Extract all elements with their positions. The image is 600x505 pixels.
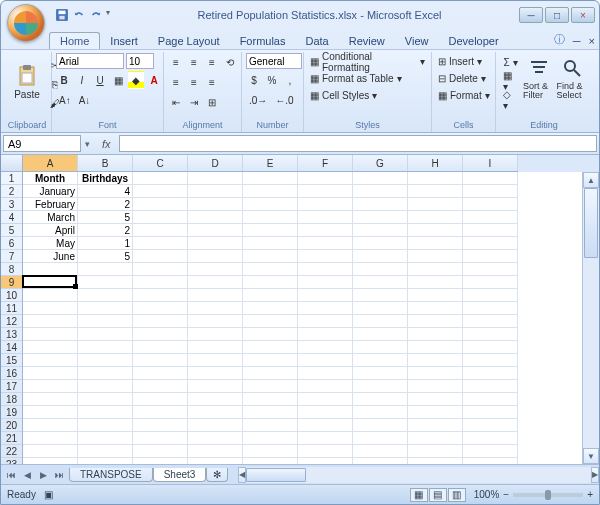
cell-C19[interactable] [133,406,188,419]
qat-dropdown-icon[interactable]: ▾ [106,8,120,22]
cell-A15[interactable] [23,354,78,367]
cell-G5[interactable] [353,224,408,237]
cell-D3[interactable] [188,198,243,211]
col-header-C[interactable]: C [133,155,188,171]
cell-I15[interactable] [463,354,518,367]
cell-G11[interactable] [353,302,408,315]
cell-C5[interactable] [133,224,188,237]
row-header-14[interactable]: 14 [1,341,22,354]
cell-D11[interactable] [188,302,243,315]
row-header-22[interactable]: 22 [1,445,22,458]
row-header-4[interactable]: 4 [1,211,22,224]
cell-B10[interactable] [78,289,133,302]
cell-E11[interactable] [243,302,298,315]
cell-D6[interactable] [188,237,243,250]
scroll-right-icon[interactable]: ▶ [591,467,599,483]
number-format-select[interactable] [246,53,302,69]
maximize-button[interactable]: □ [545,7,569,23]
underline-button[interactable]: U [92,71,108,89]
cell-E13[interactable] [243,328,298,341]
cell-F16[interactable] [298,367,353,380]
col-header-A[interactable]: A [23,155,78,171]
cells[interactable]: MonthBirthdaysJanuary4February2March5Apr… [23,172,582,464]
namebox-dropdown-icon[interactable]: ▾ [81,139,94,149]
fill-icon[interactable]: ▦ ▾ [500,72,521,90]
row-header-5[interactable]: 5 [1,224,22,237]
col-header-B[interactable]: B [78,155,133,171]
cell-H11[interactable] [408,302,463,315]
cell-C7[interactable] [133,250,188,263]
sheet-tab-sheet3[interactable]: Sheet3 [153,468,207,482]
align-mid-icon[interactable]: ≡ [186,53,202,71]
cell-C2[interactable] [133,185,188,198]
cell-A10[interactable] [23,289,78,302]
row-header-1[interactable]: 1 [1,172,22,185]
row-header-10[interactable]: 10 [1,289,22,302]
cell-A1[interactable]: Month [23,172,78,185]
cell-H22[interactable] [408,445,463,458]
cell-A19[interactable] [23,406,78,419]
cell-F2[interactable] [298,185,353,198]
cell-D15[interactable] [188,354,243,367]
cell-A11[interactable] [23,302,78,315]
cell-F20[interactable] [298,419,353,432]
cell-D17[interactable] [188,380,243,393]
cell-H16[interactable] [408,367,463,380]
horizontal-scrollbar[interactable]: ◀ ▶ [238,467,599,483]
cell-I21[interactable] [463,432,518,445]
cell-I5[interactable] [463,224,518,237]
insert-cells-button[interactable]: ⊞Insert ▾ [436,53,491,70]
orientation-icon[interactable]: ⟲ [222,53,238,71]
row-header-8[interactable]: 8 [1,263,22,276]
tab-insert[interactable]: Insert [100,33,148,49]
cell-B15[interactable] [78,354,133,367]
zoom-in-icon[interactable]: + [587,489,593,500]
cell-H4[interactable] [408,211,463,224]
tab-review[interactable]: Review [339,33,395,49]
cell-D8[interactable] [188,263,243,276]
min-ribbon-icon[interactable]: ─ [569,33,585,49]
col-header-I[interactable]: I [463,155,518,171]
cell-H15[interactable] [408,354,463,367]
cell-E2[interactable] [243,185,298,198]
cell-G9[interactable] [353,276,408,289]
cell-C8[interactable] [133,263,188,276]
cell-C18[interactable] [133,393,188,406]
sheet-nav-first-icon[interactable]: ⏮ [3,467,19,483]
comma-icon[interactable]: , [282,71,298,89]
cell-H17[interactable] [408,380,463,393]
tab-formulas[interactable]: Formulas [230,33,296,49]
cell-G16[interactable] [353,367,408,380]
fx-icon[interactable]: fx [94,138,119,150]
row-header-13[interactable]: 13 [1,328,22,341]
cell-E16[interactable] [243,367,298,380]
cell-E21[interactable] [243,432,298,445]
cell-B11[interactable] [78,302,133,315]
cell-A7[interactable]: June [23,250,78,263]
row-header-20[interactable]: 20 [1,419,22,432]
cell-G4[interactable] [353,211,408,224]
cell-F12[interactable] [298,315,353,328]
cell-A5[interactable]: April [23,224,78,237]
cell-H2[interactable] [408,185,463,198]
cell-B14[interactable] [78,341,133,354]
cell-B12[interactable] [78,315,133,328]
zoom-out-icon[interactable]: − [503,489,509,500]
cell-D20[interactable] [188,419,243,432]
cell-E19[interactable] [243,406,298,419]
cell-H3[interactable] [408,198,463,211]
cell-C16[interactable] [133,367,188,380]
cell-F1[interactable] [298,172,353,185]
cell-B5[interactable]: 2 [78,224,133,237]
cell-A13[interactable] [23,328,78,341]
cell-F7[interactable] [298,250,353,263]
cell-F9[interactable] [298,276,353,289]
cell-B7[interactable]: 5 [78,250,133,263]
cell-E5[interactable] [243,224,298,237]
indent-inc-icon[interactable]: ⇥ [186,93,202,111]
cell-A2[interactable]: January [23,185,78,198]
cell-F4[interactable] [298,211,353,224]
cell-D18[interactable] [188,393,243,406]
align-left-icon[interactable]: ≡ [168,73,184,91]
cell-E9[interactable] [243,276,298,289]
